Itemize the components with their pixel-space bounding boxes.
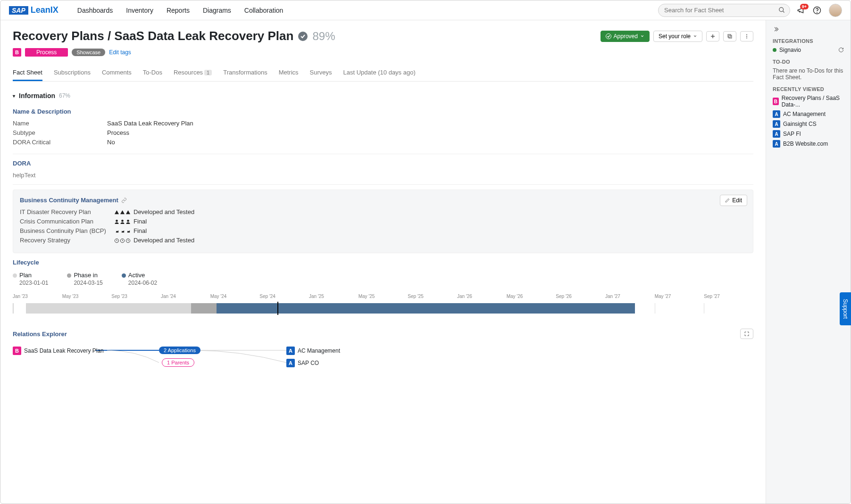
timeline-tick-label: Jan '25 [309,294,324,299]
timeline-tick-label: May '24 [210,294,227,299]
relation-app-2[interactable]: A SAP CO [286,359,319,367]
search-icon [778,7,785,14]
nav-collaboration[interactable]: Collaboration [244,7,284,14]
timeline-tick-label: Jan '26 [457,294,472,299]
svg-point-9 [746,34,747,35]
recently-viewed-label: SAP FI [783,131,801,137]
lifecycle-block: Lifecycle Plan2023-01-01Phase in2024-03-… [13,253,753,319]
type-badge: B [773,98,779,105]
phase-dot-icon [67,273,71,278]
timeline-tick-label: Sep '25 [408,294,424,299]
recently-viewed-heading: Recently Viewed [773,86,844,92]
nav-dashboards[interactable]: Dashboards [77,7,113,14]
refresh-icon[interactable] [838,47,844,53]
rating-icon [114,229,131,234]
phase-dot-icon [122,273,126,278]
dora-critical-value: No [107,139,115,146]
notification-badge: 9+ [800,4,809,9]
fullscreen-button[interactable] [740,329,753,339]
rating-icon [114,219,131,224]
chevron-down-icon: ▾ [13,93,15,99]
user-avatar[interactable] [829,4,842,17]
svg-point-10 [746,36,747,37]
parents-pill[interactable]: 1 Parents [162,358,194,367]
type-badge-a: A [286,359,295,367]
tab-last-update[interactable]: Last Update (10 days ago) [343,65,416,81]
edit-tags-link[interactable]: Edit tags [109,49,131,56]
leanix-logo: LeanIX [31,5,58,15]
recently-viewed-item[interactable]: ASAP FI [773,130,844,138]
dora-critical-key: DORA Critical [13,139,107,146]
help-icon[interactable] [813,6,821,15]
chevron-down-icon [640,34,644,38]
dora-title: DORA [13,160,753,167]
integration-signavio[interactable]: Signavio [773,47,844,53]
tab-fact-sheet[interactable]: Fact Sheet [13,65,42,81]
top-bar: SAP LeanIX Dashboards Inventory Reports … [0,0,851,20]
information-percent: 67% [59,92,70,99]
set-role-label: Set your role [659,33,691,40]
lifecycle-title: Lifecycle [13,259,753,266]
dora-block: DORA helpText [13,154,753,185]
tab-transformations[interactable]: Transformations [223,65,267,81]
type-badge: A [773,140,780,148]
svg-point-4 [606,33,611,39]
recently-viewed-item[interactable]: AB2B Website.com [773,140,844,148]
bcm-row-value: Developed and Tested [114,237,194,244]
applications-pill[interactable]: 2 Applications [159,347,200,354]
tab-comments[interactable]: Comments [102,65,132,81]
plus-icon [710,33,716,39]
copy-button[interactable] [723,31,736,41]
tab-metrics[interactable]: Metrics [279,65,299,81]
tab-subscriptions[interactable]: Subscriptions [54,65,91,81]
timeline-tick-label: Sep '26 [556,294,572,299]
bcm-row-key: Recovery Strategy [20,237,114,244]
name-description-title: Name & Description [13,108,753,115]
process-tag: Process [25,48,68,57]
relations-lines [13,345,753,373]
relation-app-1[interactable]: A AC Management [286,347,340,355]
more-button[interactable] [740,31,753,41]
tab-surveys[interactable]: Surveys [310,65,332,81]
tab-resources[interactable]: Resources1 [174,65,212,81]
support-button[interactable]: Support [840,292,851,325]
search-input[interactable] [658,4,790,17]
add-button[interactable] [706,31,719,41]
information-section: ▾ Information 67% Name & Description Nam… [13,89,753,373]
nav-reports[interactable]: Reports [167,7,190,14]
information-header[interactable]: ▾ Information 67% [13,89,753,102]
svg-line-1 [783,11,784,12]
bcm-row-key: IT Disaster Recovery Plan [20,208,114,215]
approved-button[interactable]: Approved [601,31,650,42]
logo[interactable]: SAP LeanIX [9,5,58,15]
nav-inventory[interactable]: Inventory [126,7,153,14]
timeline-segment [191,303,217,314]
recently-viewed-label: AC Management [783,111,826,117]
right-sidebar: Integrations Signavio To-Do There are no… [766,20,851,504]
recently-viewed-item[interactable]: AAC Management [773,110,844,118]
bcm-row-value: Final [114,227,147,234]
main-content: Recovery Plans / SaaS Data Leak Recovery… [0,20,766,504]
svg-point-13 [121,220,124,222]
collapse-sidebar-button[interactable] [773,26,844,33]
chevrons-right-icon [773,26,779,33]
relations-header: Relations Explorer [13,329,753,339]
todo-heading: To-Do [773,59,844,65]
link-icon[interactable] [121,198,127,203]
notifications-button[interactable]: 9+ [797,6,805,15]
set-role-button[interactable]: Set your role [653,31,702,42]
resources-count: 1 [204,70,212,75]
nav-diagrams[interactable]: Diagrams [203,7,231,14]
approved-label: Approved [614,33,638,40]
svg-point-14 [127,220,129,222]
recently-viewed-item[interactable]: BRecovery Plans / SaaS Data-... [773,95,844,108]
recently-viewed-item[interactable]: AGainsight CS [773,120,844,128]
edit-bcm-button[interactable]: Edit [720,195,747,206]
relation-root[interactable]: B SaaS Data Leak Recovery Plan [13,347,104,355]
timeline-tick-label: May '26 [507,294,523,299]
page-header: Recovery Plans / SaaS Data Leak Recovery… [13,29,753,43]
tab-todos[interactable]: To-Dos [143,65,162,81]
bcm-row-value: Developed and Tested [114,208,194,215]
showcase-tag: Showcase [72,49,105,56]
integrations-heading: Integrations [773,38,844,44]
